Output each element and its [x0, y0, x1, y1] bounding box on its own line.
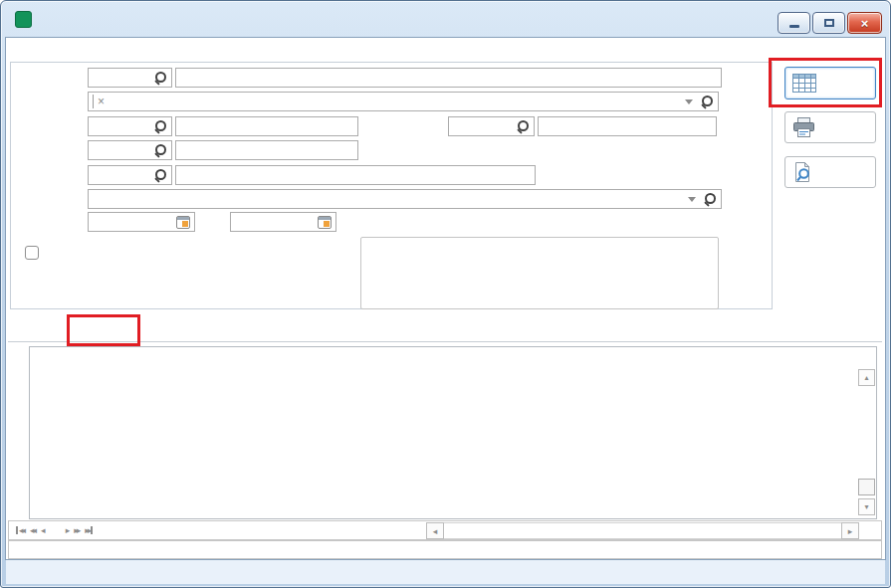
close-button[interactable]: × [847, 12, 882, 34]
causali-input[interactable] [88, 189, 722, 209]
record-navigator: ◂◂ ◂◂ ◂ ▸ ▸▸ ▸▸ ◂ ▸ [8, 520, 882, 540]
grid-icon [792, 74, 816, 93]
minimize-icon [789, 25, 799, 28]
data-dal-input[interactable] [88, 212, 195, 232]
stampa-button[interactable] [784, 111, 876, 143]
nav-last-button[interactable]: ▸▸ [82, 522, 97, 538]
tes-reg-description[interactable] [175, 116, 358, 136]
vertical-scrollbar[interactable]: ▴ ▾ [858, 369, 875, 515]
minimize-button[interactable] [778, 12, 810, 34]
search-icon[interactable] [154, 144, 167, 157]
close-icon: × [861, 17, 869, 30]
maximize-button[interactable] [812, 12, 845, 34]
tab-separator-line [8, 341, 882, 342]
checkbox-icon[interactable] [25, 246, 39, 260]
escludi-groupbox [360, 237, 719, 309]
tipo-reg-description[interactable] [175, 165, 536, 185]
consorzio-code-input[interactable] [88, 140, 172, 160]
search-icon[interactable] [704, 193, 717, 206]
scroll-down-button[interactable]: ▾ [858, 498, 875, 515]
search-icon[interactable] [517, 120, 530, 133]
maximize-icon [824, 19, 834, 27]
tipo-reg-code-input[interactable] [88, 165, 172, 185]
document-magnifier-icon [792, 162, 813, 182]
search-icon[interactable] [154, 169, 167, 182]
n-reg-code-input[interactable] [448, 116, 535, 136]
title-bar[interactable]: × [1, 1, 890, 37]
n-reg-description[interactable] [538, 116, 717, 136]
visualizza-button[interactable] [784, 67, 876, 99]
search-icon[interactable] [154, 120, 167, 133]
nav-first-button[interactable]: ◂◂ [12, 522, 27, 538]
remove-tag-icon[interactable]: × [93, 95, 105, 108]
app-icon [15, 11, 32, 28]
scroll-right-button[interactable]: ▸ [841, 522, 859, 539]
tes-reg-code-input[interactable] [88, 116, 172, 136]
search-icon[interactable] [154, 72, 167, 85]
search-icon[interactable] [701, 96, 714, 108]
data-al-input[interactable] [230, 212, 336, 232]
data-grid: ▴ ▾ [29, 346, 877, 519]
calendar-icon[interactable] [318, 216, 332, 229]
vertical-scrollbar-thumb[interactable] [858, 479, 875, 495]
estrai-note-checkbox[interactable] [25, 246, 45, 260]
status-bar [8, 540, 882, 559]
calendar-icon[interactable] [176, 216, 190, 229]
printer-icon [792, 117, 815, 137]
dropdown-arrow-icon[interactable] [688, 197, 696, 202]
dropdown-arrow-icon[interactable] [685, 99, 693, 104]
horizontal-scrollbar[interactable]: ◂ ▸ [426, 522, 859, 539]
nav-prev-page-button[interactable]: ◂◂ [27, 522, 38, 538]
nav-prev-button[interactable]: ◂ [38, 522, 47, 538]
sede-legale-description[interactable] [175, 68, 722, 88]
nav-next-button[interactable]: ▸ [63, 522, 72, 538]
sede-legale-code-input[interactable] [88, 68, 172, 88]
consorzio-description[interactable] [175, 140, 358, 160]
anteprima-button[interactable] [784, 156, 876, 188]
ul-locale-input[interactable]: × [88, 92, 719, 111]
escludi-options [368, 248, 538, 316]
nav-next-page-button[interactable]: ▸▸ [71, 522, 82, 538]
scroll-up-button[interactable]: ▴ [858, 369, 875, 386]
scroll-left-button[interactable]: ◂ [426, 522, 444, 539]
dialog-footer [6, 560, 885, 584]
